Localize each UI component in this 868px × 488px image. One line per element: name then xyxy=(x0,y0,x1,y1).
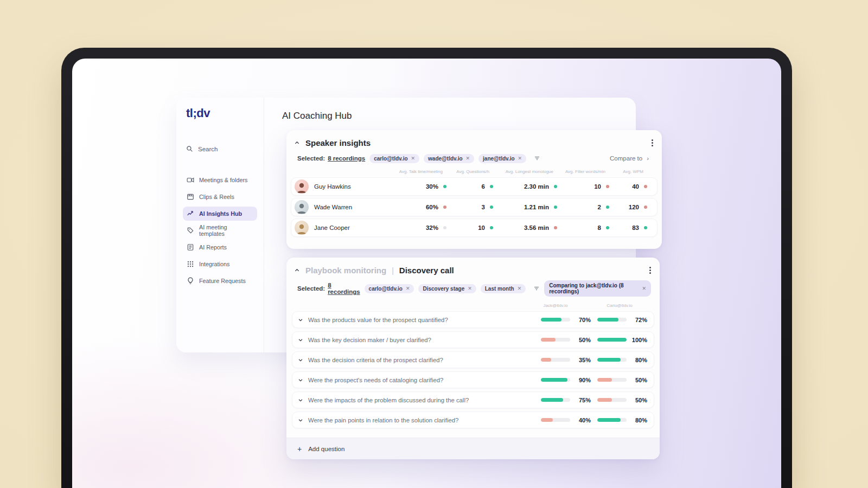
metric-value: 3 xyxy=(482,204,485,210)
chevron-right-icon: › xyxy=(647,155,649,162)
search-input[interactable]: Search xyxy=(183,145,257,152)
chevron-down-icon[interactable] xyxy=(298,397,303,403)
metric-value: 60% xyxy=(426,204,438,210)
tldv-logo: tl;dv xyxy=(183,106,257,120)
percent-value: 50% xyxy=(570,337,591,343)
close-icon[interactable]: ✕ xyxy=(466,156,470,161)
comparing-chip-label: Comparing to jack@tldv.io (8 recordings) xyxy=(549,282,637,294)
chevron-down-icon[interactable] xyxy=(298,317,303,323)
sidebar-item-ai-reports[interactable]: AI Reports xyxy=(183,240,257,254)
chevron-down-icon[interactable] xyxy=(298,337,303,343)
progress-bar-right xyxy=(597,418,627,422)
filter-funnel-icon[interactable] xyxy=(534,155,540,162)
question-row[interactable]: Were the pain points in relation to the … xyxy=(292,412,654,428)
close-icon[interactable]: ✕ xyxy=(518,156,522,161)
sidebar-item-label: Feature Requests xyxy=(199,278,246,284)
chevron-down-icon[interactable] xyxy=(298,377,303,383)
close-icon[interactable]: ✕ xyxy=(411,156,416,161)
status-dot xyxy=(606,206,609,209)
selected-count-link[interactable]: 8 recordings xyxy=(328,282,360,295)
filter-chip[interactable]: carlo@tldv.io ✕ xyxy=(365,284,414,293)
status-dot xyxy=(606,226,609,229)
report-icon xyxy=(187,243,194,251)
speaker-column-headers: Avg. Talk time/meeting Avg. Questions/h … xyxy=(286,164,662,174)
metric-value: 40 xyxy=(632,183,639,190)
sidebar-item-ai-meeting-templates[interactable]: AI meeting templates xyxy=(183,223,257,237)
chevron-up-icon[interactable] xyxy=(294,140,300,146)
sidebar-item-meetings-folders[interactable]: Meetings & folders xyxy=(183,173,257,187)
filter-chip[interactable]: jane@tldv.io ✕ xyxy=(478,154,526,163)
speaker-filters: Selected: 8 recordings carlo@tldv.io ✕ w… xyxy=(286,147,662,164)
speaker-name: Guy Hawkins xyxy=(314,183,394,190)
sidebar-item-label: AI Reports xyxy=(199,244,227,251)
sidebar-item-integrations[interactable]: Integrations xyxy=(183,257,257,271)
status-dot xyxy=(554,226,557,229)
sidebar-item-label: Meetings & folders xyxy=(199,177,247,183)
grid-dots-icon xyxy=(187,260,194,268)
panel-title-muted: Playbook monitoring xyxy=(305,266,386,275)
metric-value: 1.21 min xyxy=(524,204,549,210)
laptop-frame: tl;dv Search Meetings & folders xyxy=(61,48,792,488)
status-dot xyxy=(644,206,647,209)
column-header: Avg. Questions/h xyxy=(451,169,498,174)
speaker-insights-header: Speaker insights xyxy=(286,130,662,147)
percent-value: 80% xyxy=(627,357,647,363)
filter-chip[interactable]: wade@tldv.io ✕ xyxy=(424,154,474,163)
page-title: AI Coaching Hub xyxy=(282,111,352,121)
question-row[interactable]: Were the impacts of the problem discusse… xyxy=(292,391,654,408)
question-row[interactable]: Were the prospect's needs of cataloging … xyxy=(292,371,654,388)
table-row[interactable]: Jane Cooper 32% 10 3.56 min 8 83 xyxy=(291,219,658,237)
sidebar-nav: Meetings & folders Clips & Reels xyxy=(183,173,257,288)
filter-chip[interactable]: Last month ✕ xyxy=(481,284,526,293)
plus-icon: + xyxy=(297,445,302,453)
playbook-filters: Selected: 8 recordings carlo@tldv.io ✕ D… xyxy=(286,275,660,297)
chevron-up-icon[interactable] xyxy=(294,267,300,273)
percent-value: 50% xyxy=(627,377,647,383)
speaker-table: Guy Hawkins 30% 6 2.30 min 10 40 Wade Wa… xyxy=(286,174,662,237)
panel-title: Discovery call xyxy=(399,266,454,275)
filter-funnel-icon[interactable] xyxy=(533,285,540,292)
filter-chip[interactable]: Discovery stage ✕ xyxy=(418,284,476,293)
sidebar-item-ai-insights-hub[interactable]: AI Insights Hub xyxy=(183,207,257,221)
status-dot xyxy=(490,206,493,209)
progress-bar-right xyxy=(597,338,627,342)
compare-to-button[interactable]: Compare to › xyxy=(605,153,653,164)
filter-chip[interactable]: carlo@tldv.io ✕ xyxy=(369,154,419,163)
selected-count-link[interactable]: 8 recordings xyxy=(328,155,365,162)
status-dot xyxy=(490,226,493,229)
close-icon[interactable]: ✕ xyxy=(518,286,522,291)
video-camera-icon xyxy=(187,176,194,184)
sidebar-item-feature-requests[interactable]: Feature Requests xyxy=(183,274,257,288)
metric-value: 32% xyxy=(426,224,438,231)
question-row[interactable]: Was the products value for the prospect … xyxy=(292,311,654,328)
comparing-chip[interactable]: Comparing to jack@tldv.io (8 recordings)… xyxy=(544,280,651,297)
speaker-name: Jane Cooper xyxy=(314,224,394,231)
chevron-down-icon[interactable] xyxy=(298,357,303,363)
metric-value: 3.56 min xyxy=(524,224,549,231)
playbook-header: Playbook monitoring | Discovery call xyxy=(286,258,660,275)
sidebar-item-clips-reels[interactable]: Clips & Reels xyxy=(183,190,257,204)
close-icon[interactable]: ✕ xyxy=(406,286,410,291)
percent-value: 70% xyxy=(570,317,591,323)
close-icon[interactable]: ✕ xyxy=(642,286,646,291)
status-dot xyxy=(443,206,446,209)
metric-value: 8 xyxy=(598,224,601,231)
progress-bar-left xyxy=(541,338,570,342)
question-text: Was the products value for the prospect … xyxy=(308,317,541,323)
close-icon[interactable]: ✕ xyxy=(468,286,472,291)
table-row[interactable]: Wade Warren 60% 3 1.21 min 2 120 xyxy=(291,198,658,216)
sidebar-item-label: Integrations xyxy=(199,261,229,267)
progress-bar-right xyxy=(597,378,627,382)
kebab-menu-icon[interactable] xyxy=(652,139,653,146)
question-row[interactable]: Was the key decision maker / buyer clari… xyxy=(292,331,654,348)
question-list: Was the products value for the prospect … xyxy=(286,308,660,428)
chevron-down-icon[interactable] xyxy=(298,418,303,423)
add-question-button[interactable]: + Add question xyxy=(286,438,660,459)
search-icon xyxy=(186,145,193,152)
tag-icon xyxy=(187,227,194,234)
kebab-menu-icon[interactable] xyxy=(649,267,651,274)
question-row[interactable]: Was the decision criteria of the prospec… xyxy=(292,351,654,368)
table-row[interactable]: Guy Hawkins 30% 6 2.30 min 10 40 xyxy=(291,177,658,196)
sidebar: tl;dv Search Meetings & folders xyxy=(176,98,264,352)
avatar xyxy=(295,179,309,194)
